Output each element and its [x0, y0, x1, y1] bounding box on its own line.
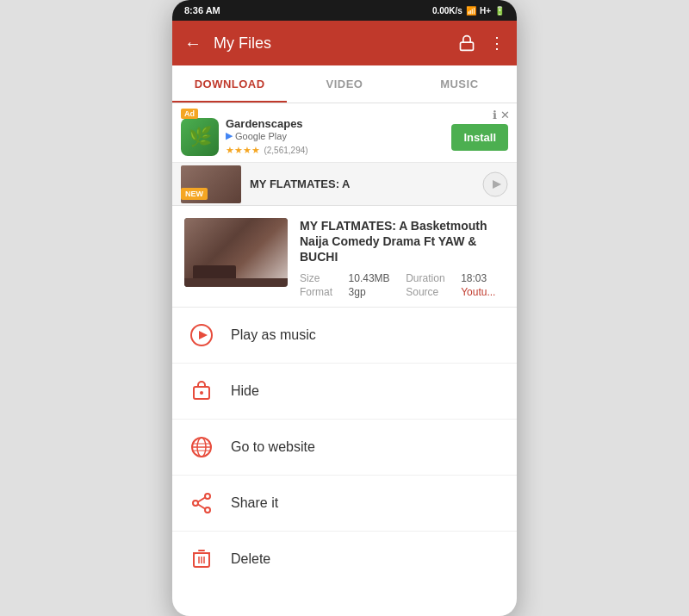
tab-music[interactable]: MUSIC: [402, 65, 517, 103]
svg-point-6: [200, 391, 203, 395]
status-time: 8:36 AM: [184, 5, 220, 16]
preview-circle-icon: [482, 171, 508, 197]
trash-icon: [189, 547, 214, 571]
ad-app-name: Gardenscapes: [226, 117, 444, 130]
ad-store: ▶ Google Play: [226, 130, 444, 141]
close-ad-icon[interactable]: ✕: [500, 109, 510, 121]
tab-bar: DOWNLOAD VIDEO MUSIC: [172, 65, 517, 103]
file-details: MY FLATMATES: A Basketmouth Naija Comedy…: [300, 218, 505, 298]
ad-app-icon: 🌿: [181, 118, 219, 156]
ad-rating: ★★★★ (2,561,294): [226, 141, 444, 157]
back-button[interactable]: ←: [184, 34, 202, 53]
play-circle-icon: [189, 323, 214, 347]
share-label: Share it: [231, 495, 278, 511]
svg-line-15: [198, 497, 205, 501]
format-value: 3gp: [349, 286, 400, 298]
status-bar: 8:36 AM 0.00K/s 📶 H+ 🔋: [172, 0, 517, 21]
phone-frame: 8:36 AM 0.00K/s 📶 H+ 🔋 ← My Files ⋮ DOWN…: [172, 0, 517, 616]
duration-label: Duration: [406, 272, 454, 284]
menu-item-share[interactable]: Share it: [172, 476, 517, 532]
size-value: 10.43MB: [349, 272, 400, 284]
size-label: Size: [300, 272, 342, 284]
play-music-label: Play as music: [231, 327, 316, 343]
menu-item-delete[interactable]: Delete: [172, 532, 517, 587]
source-label: Source: [406, 286, 454, 298]
preview-title-partial: MY FLATMATES: A: [250, 177, 351, 190]
svg-line-16: [198, 504, 205, 508]
svg-marker-4: [199, 331, 208, 339]
menu-item-website[interactable]: Go to website: [172, 420, 517, 476]
tab-video[interactable]: VIDEO: [287, 65, 401, 103]
website-label: Go to website: [231, 439, 315, 455]
delete-label: Delete: [231, 551, 270, 567]
file-title: MY FLATMATES: A Basketmouth Naija Comedy…: [300, 218, 505, 265]
new-badge: NEW: [181, 188, 208, 200]
svg-rect-0: [461, 42, 474, 50]
source-value[interactable]: Youtu...: [461, 286, 505, 298]
preview-partial-row: NEW MY FLATMATES: A: [172, 163, 517, 206]
file-thumbnail: [184, 218, 288, 287]
file-meta: Size 10.43MB Duration 18:03 Format 3gp S…: [300, 272, 505, 298]
svg-point-12: [205, 494, 210, 499]
svg-point-13: [205, 507, 210, 513]
globe-icon: [189, 435, 214, 459]
format-label: Format: [300, 286, 342, 298]
hide-label: Hide: [231, 383, 259, 399]
ad-install-button[interactable]: Install: [451, 124, 508, 151]
app-header: ← My Files ⋮: [172, 21, 517, 65]
ad-content: 🌿 Gardenscapes ▶ Google Play ★★★★ (2,561…: [181, 117, 508, 157]
action-menu-list: Play as music Hide: [172, 308, 517, 587]
header-action-icons: ⋮: [458, 34, 505, 53]
menu-item-hide[interactable]: Hide: [172, 364, 517, 420]
ad-info-icons: ℹ ✕: [493, 109, 510, 121]
status-icons: 0.00K/s 📶 H+ 🔋: [432, 6, 505, 16]
lock-icon[interactable]: [458, 34, 475, 52]
ad-banner: Ad ℹ ✕ 🌿 Gardenscapes ▶ Google Play ★★★★…: [172, 103, 517, 163]
lock-shield-icon: [189, 379, 214, 403]
tab-download[interactable]: DOWNLOAD: [172, 65, 287, 103]
info-icon[interactable]: ℹ: [493, 109, 497, 121]
svg-point-14: [193, 501, 198, 506]
ad-text-block: Gardenscapes ▶ Google Play ★★★★ (2,561,2…: [226, 117, 444, 157]
header-title: My Files: [214, 34, 446, 53]
menu-item-play-music[interactable]: Play as music: [172, 308, 517, 364]
thumb-room-art: [184, 218, 288, 287]
ad-label: Ad: [181, 109, 198, 119]
share-icon: [189, 491, 214, 515]
duration-value: 18:03: [461, 272, 505, 284]
more-icon[interactable]: ⋮: [489, 34, 505, 53]
file-info-section: MY FLATMATES: A Basketmouth Naija Comedy…: [172, 206, 517, 308]
